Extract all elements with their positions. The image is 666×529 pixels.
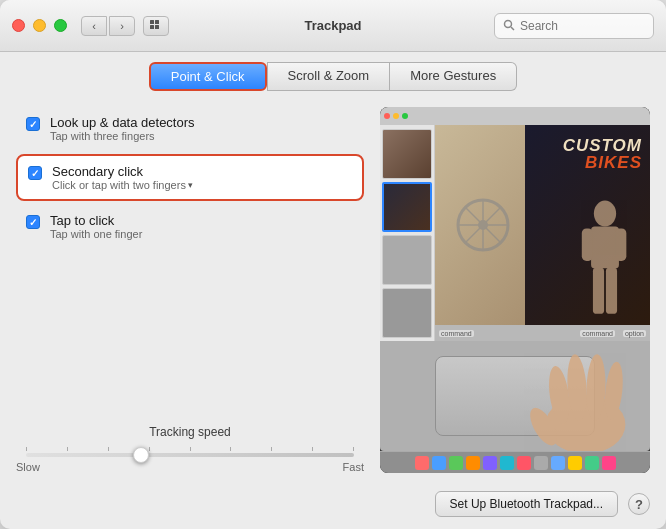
- forward-button[interactable]: ›: [109, 16, 135, 36]
- preview-dock: [380, 451, 650, 473]
- svg-line-5: [511, 27, 514, 30]
- tick-7: [312, 447, 313, 451]
- svg-point-4: [505, 20, 512, 27]
- dock-icon-4: [483, 456, 497, 470]
- setting-secondary-click-text: Secondary click Click or tap with two fi…: [52, 164, 193, 191]
- preview-topbar: [380, 107, 650, 125]
- tick-8: [353, 447, 354, 451]
- preview-main: CUSTOM BIKES: [435, 125, 650, 341]
- preview-screen: CUSTOM BIKES: [380, 107, 650, 473]
- tick-6: [271, 447, 272, 451]
- svg-rect-16: [593, 267, 604, 313]
- setting-secondary-click-subtitle: Click or tap with two fingers ▾: [52, 179, 193, 191]
- custom-bikes-content: CUSTOM BIKES: [435, 125, 650, 325]
- tick-5: [230, 447, 231, 451]
- nav-buttons: ‹ ›: [81, 16, 135, 36]
- search-input[interactable]: [520, 19, 645, 33]
- tab-bar: Point & Click Scroll & Zoom More Gesture…: [0, 52, 666, 91]
- search-bar[interactable]: [494, 13, 654, 39]
- dock-icon-0: [415, 456, 429, 470]
- hand-svg: [510, 351, 640, 451]
- thumb-3: [382, 235, 432, 285]
- tab-scroll-zoom[interactable]: Scroll & Zoom: [267, 62, 391, 91]
- checkbox-lookup[interactable]: [26, 117, 40, 131]
- preview-label-bar: command command option: [435, 325, 650, 341]
- slider-label: Tracking speed: [16, 425, 364, 439]
- label-command-1: command: [439, 330, 474, 337]
- trackpad-area: [380, 341, 650, 451]
- tab-point-click[interactable]: Point & Click: [149, 62, 267, 91]
- setting-lookup-subtitle: Tap with three fingers: [50, 130, 195, 142]
- tick-0: [26, 447, 27, 451]
- svg-rect-14: [582, 228, 593, 261]
- tick-3: [149, 447, 150, 451]
- main-window: ‹ › Trackpad Point & Click Scroll &: [0, 0, 666, 529]
- setting-secondary-click: Secondary click Click or tap with two fi…: [16, 154, 364, 201]
- tick-2: [108, 447, 109, 451]
- bike-wheel-svg: [453, 195, 513, 255]
- preview-close-dot: [384, 113, 390, 119]
- checkbox-tap-to-click[interactable]: [26, 215, 40, 229]
- svg-rect-1: [155, 20, 159, 24]
- dock-icon-11: [602, 456, 616, 470]
- svg-rect-13: [591, 227, 619, 269]
- bikes-word: BIKES: [563, 154, 642, 171]
- custom-bikes-text: CUSTOM BIKES: [563, 137, 642, 171]
- setting-lookup-title: Look up & data detectors: [50, 115, 195, 130]
- tick-1: [67, 447, 68, 451]
- setting-tap-to-click: Tap to click Tap with one finger: [16, 205, 364, 248]
- traffic-lights: [12, 19, 67, 32]
- setting-tap-to-click-text: Tap to click Tap with one finger: [50, 213, 142, 240]
- slider-track[interactable]: [26, 453, 354, 457]
- thumb-4: [382, 288, 432, 338]
- preview-minimize-dot: [393, 113, 399, 119]
- preview-content: CUSTOM BIKES: [380, 125, 650, 341]
- content-area: Look up & data detectors Tap with three …: [0, 91, 666, 483]
- svg-rect-15: [615, 228, 626, 261]
- dock-icon-10: [585, 456, 599, 470]
- bluetooth-setup-button[interactable]: Set Up Bluetooth Trackpad...: [435, 491, 618, 517]
- thumb-1: [382, 129, 432, 179]
- right-panel: CUSTOM BIKES: [380, 107, 650, 473]
- dock-icon-2: [449, 456, 463, 470]
- dropdown-arrow-icon[interactable]: ▾: [188, 180, 193, 190]
- preview-maximize-dot: [402, 113, 408, 119]
- thumb-2: [382, 182, 432, 232]
- close-button[interactable]: [12, 19, 25, 32]
- bottom-bar: Set Up Bluetooth Trackpad... ?: [0, 483, 666, 529]
- checkbox-secondary-click[interactable]: [28, 166, 42, 180]
- slider-slow-label: Slow: [16, 461, 40, 473]
- dock-icon-7: [534, 456, 548, 470]
- tick-4: [190, 447, 191, 451]
- svg-rect-2: [150, 25, 154, 29]
- svg-rect-0: [150, 20, 154, 24]
- setting-tap-to-click-subtitle: Tap with one finger: [50, 228, 142, 240]
- setting-secondary-click-title: Secondary click: [52, 164, 193, 179]
- dock-icon-6: [517, 456, 531, 470]
- search-icon: [503, 17, 515, 35]
- dock-icon-8: [551, 456, 565, 470]
- help-button[interactable]: ?: [628, 493, 650, 515]
- maximize-button[interactable]: [54, 19, 67, 32]
- dock-icon-9: [568, 456, 582, 470]
- grid-view-button[interactable]: [143, 16, 169, 36]
- minimize-button[interactable]: [33, 19, 46, 32]
- slider-thumb[interactable]: [133, 447, 149, 463]
- preview-sidebar: [380, 125, 435, 341]
- title-bar: ‹ › Trackpad: [0, 0, 666, 52]
- label-option: option: [623, 330, 646, 337]
- tab-more-gestures[interactable]: More Gestures: [390, 62, 517, 91]
- svg-point-12: [594, 201, 616, 227]
- svg-rect-17: [606, 267, 617, 313]
- slider-section: Tracking speed: [16, 415, 364, 473]
- back-button[interactable]: ‹: [81, 16, 107, 36]
- person-silhouette-svg: [560, 195, 650, 325]
- preview-image: CUSTOM BIKES: [380, 107, 650, 473]
- setting-lookup: Look up & data detectors Tap with three …: [16, 107, 364, 150]
- window-title: Trackpad: [304, 18, 361, 33]
- svg-rect-3: [155, 25, 159, 29]
- dock-icon-3: [466, 456, 480, 470]
- label-command-2: command: [580, 330, 615, 337]
- dock-icon-1: [432, 456, 446, 470]
- setting-tap-to-click-title: Tap to click: [50, 213, 142, 228]
